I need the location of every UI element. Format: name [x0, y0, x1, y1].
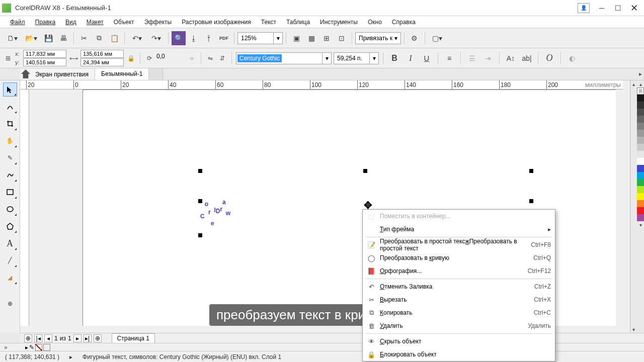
ctx-item[interactable]: ◯Преобразовать в кривуюCtrl+Q: [363, 251, 555, 264]
ctx-item[interactable]: ✂ВырезатьCtrl+X: [363, 293, 555, 306]
menu-object[interactable]: Объект: [109, 17, 139, 27]
cut-button[interactable]: ✂: [77, 31, 91, 45]
color-swatch[interactable]: [637, 200, 644, 207]
tab-scroll-icon[interactable]: ▸: [639, 70, 642, 77]
import-button[interactable]: ⭳: [187, 31, 201, 45]
first-page-button[interactable]: |◂: [34, 334, 42, 342]
rectangle-tool[interactable]: [3, 185, 17, 199]
menu-help[interactable]: Справка: [387, 17, 421, 27]
convert-button[interactable]: ◐: [565, 51, 579, 65]
open-button[interactable]: 📂▾: [22, 31, 40, 45]
add-page-start-button[interactable]: ⊕: [24, 334, 32, 342]
last-page-button[interactable]: ▸|: [84, 334, 92, 342]
close-button[interactable]: ✕: [626, 2, 642, 14]
color-swatch[interactable]: [637, 158, 644, 165]
y-input[interactable]: 140,516 мм: [23, 58, 66, 66]
color-swatch[interactable]: [637, 130, 644, 137]
italic-button[interactable]: I: [404, 51, 418, 65]
curve-tool[interactable]: [3, 168, 17, 182]
no-color-swatch[interactable]: ⊠: [637, 87, 644, 95]
menu-window[interactable]: Окно: [363, 17, 387, 27]
polygon-tool[interactable]: [3, 219, 17, 233]
handle-tl[interactable]: [198, 169, 202, 173]
ctx-item[interactable]: 🔒Блокировать объект: [363, 348, 555, 361]
align-button[interactable]: ≡: [442, 51, 456, 65]
ctx-item[interactable]: 👁Скрыть объект: [363, 335, 555, 348]
menu-bitmap[interactable]: Растровые изображения: [177, 17, 256, 27]
menu-layout[interactable]: Макет: [82, 17, 109, 27]
new-button[interactable]: 🗋▾: [3, 31, 21, 45]
tab-welcome[interactable]: Экран приветствия: [20, 68, 95, 80]
copy-button[interactable]: ⧉: [92, 31, 106, 45]
zoom-combo[interactable]: 125%▾: [237, 32, 283, 44]
ctx-item[interactable]: 📝Преобразовать в простой тексжПреобразов…: [363, 238, 555, 251]
vertical-scrollbar[interactable]: ▴▾: [630, 80, 637, 333]
color-swatch[interactable]: [637, 109, 644, 116]
tab-document[interactable]: Безымянный-1: [95, 68, 149, 80]
color-swatch[interactable]: [637, 116, 644, 123]
launch-button[interactable]: ▢▾: [428, 31, 446, 45]
play-icon[interactable]: ▸: [25, 344, 28, 351]
menu-file[interactable]: Файл: [5, 17, 30, 27]
handle-ml[interactable]: [198, 199, 202, 203]
freehand-tool[interactable]: ✎: [3, 151, 17, 165]
menu-effects[interactable]: Эффекты: [139, 17, 177, 27]
artistic-text[interactable]: CorelDraw: [200, 170, 230, 222]
fontsize-combo[interactable]: 59,254 п.▾: [334, 52, 379, 64]
snap-combo[interactable]: Привязать к ▾: [355, 32, 401, 44]
edit-icon[interactable]: ✎: [29, 344, 34, 351]
handle-mr[interactable]: [529, 199, 533, 203]
o-button[interactable]: O: [542, 51, 556, 65]
color-swatch[interactable]: [637, 102, 644, 109]
menu-view[interactable]: Вид: [60, 17, 82, 27]
font-combo[interactable]: Century Gothic▾: [236, 52, 332, 64]
handle-bl[interactable]: [198, 233, 202, 237]
pick-tool[interactable]: [3, 82, 17, 97]
more-tool[interactable]: ⊕: [3, 297, 17, 311]
crop-tool[interactable]: [3, 117, 17, 131]
ctx-item[interactable]: ⧉КопироватьCtrl+C: [363, 306, 555, 319]
angle-input[interactable]: 0,0: [156, 53, 185, 64]
edittext-button[interactable]: ab|: [520, 51, 534, 65]
color-swatch[interactable]: [637, 151, 644, 158]
save-button[interactable]: 💾: [41, 31, 55, 45]
ctx-item[interactable]: Тип фрейма▸: [363, 223, 555, 236]
color-swatch[interactable]: [637, 165, 644, 172]
page-tab[interactable]: Страница 1: [112, 333, 155, 343]
nofill-swatch[interactable]: [35, 344, 42, 351]
handle-tc[interactable]: [363, 169, 367, 173]
fill-swatch[interactable]: [43, 344, 50, 351]
search-button[interactable]: 🔍: [172, 31, 186, 45]
ctx-item[interactable]: 📕Орфография...Ctrl+F12: [363, 264, 555, 278]
color-swatch[interactable]: [637, 207, 644, 214]
user-icon[interactable]: 👤: [578, 3, 590, 13]
print-button[interactable]: 🖶: [56, 31, 70, 45]
x-input[interactable]: 117,832 мм: [23, 50, 66, 58]
color-swatch[interactable]: [637, 193, 644, 200]
underline-button[interactable]: U: [420, 51, 434, 65]
undo-button[interactable]: ↶▾: [128, 31, 146, 45]
pan-tool[interactable]: ✋: [3, 134, 17, 148]
palette-down-icon[interactable]: ▾: [637, 221, 644, 228]
ctx-item[interactable]: 🗑УдалитьУдалить: [363, 319, 555, 332]
ctx-item[interactable]: ↶Отменить ЗаливкаCtrl+Z: [363, 280, 555, 293]
mirror-v-icon[interactable]: ⇵: [217, 53, 227, 63]
h-input[interactable]: 24,394 мм: [80, 58, 124, 66]
prev-page-button[interactable]: ◂: [44, 334, 52, 342]
color-swatch[interactable]: [637, 95, 644, 102]
menu-text[interactable]: Текст: [256, 17, 281, 27]
tab-new[interactable]: [149, 68, 163, 80]
export-button[interactable]: ⭱: [202, 31, 216, 45]
char-button[interactable]: A↕: [504, 51, 518, 65]
rulers-button[interactable]: ▦: [304, 31, 318, 45]
minimize-button[interactable]: ─: [594, 2, 610, 14]
next-page-button[interactable]: ▸: [73, 334, 82, 342]
text-tool[interactable]: A: [3, 236, 17, 250]
color-swatch[interactable]: [637, 137, 644, 144]
color-swatch[interactable]: [637, 179, 644, 186]
shape-tool[interactable]: [3, 100, 17, 114]
menu-edit[interactable]: Правка: [30, 17, 61, 27]
status-arrow-icon[interactable]: ▸: [69, 353, 72, 360]
bold-button[interactable]: B: [387, 51, 401, 65]
color-swatch[interactable]: [637, 186, 644, 193]
